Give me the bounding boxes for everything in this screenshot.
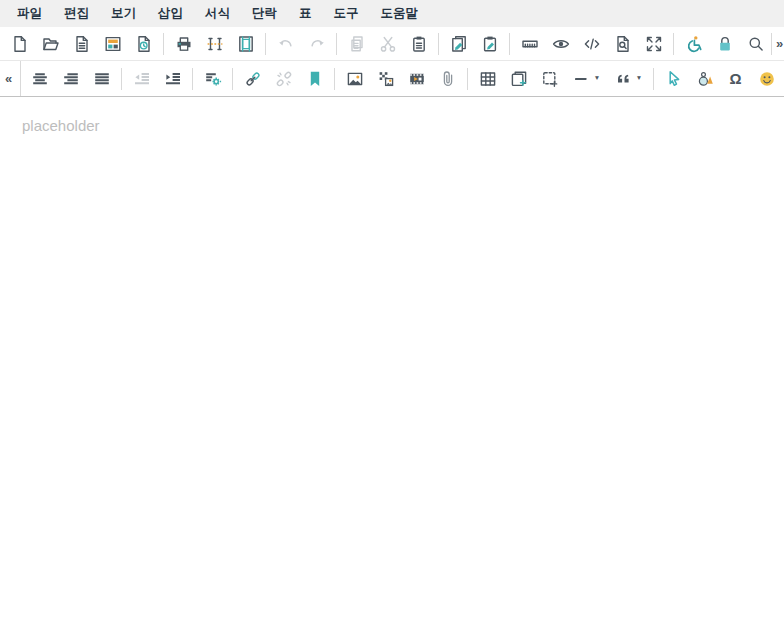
table-button[interactable] bbox=[472, 65, 503, 93]
preview-button[interactable] bbox=[545, 30, 576, 58]
justify-icon bbox=[92, 69, 112, 89]
insert-plus-icon bbox=[509, 69, 529, 89]
menu-help[interactable]: 도움말 bbox=[370, 2, 430, 25]
media-button[interactable] bbox=[401, 65, 432, 93]
page-width-button[interactable] bbox=[199, 30, 230, 58]
menu-view[interactable]: 보기 bbox=[100, 2, 147, 25]
outdent-icon bbox=[132, 69, 152, 89]
editor-placeholder: placeholder bbox=[22, 117, 100, 134]
edit-image-button[interactable] bbox=[370, 65, 401, 93]
menu-insert[interactable]: 삽입 bbox=[147, 2, 194, 25]
dropdown-arrow-icon: ▼ bbox=[636, 75, 642, 82]
select-cursor-button[interactable] bbox=[658, 65, 689, 93]
dropdown-arrow-icon: ▼ bbox=[594, 75, 600, 82]
separator bbox=[771, 33, 772, 55]
menu-tools[interactable]: 도구 bbox=[323, 2, 370, 25]
lock-button[interactable] bbox=[709, 30, 740, 58]
find-document-icon bbox=[613, 34, 633, 54]
select-area-button[interactable] bbox=[534, 65, 565, 93]
accessibility-check-button[interactable] bbox=[678, 30, 709, 58]
ruler-icon bbox=[520, 34, 540, 54]
toolbar-collapse-button[interactable]: « bbox=[0, 65, 17, 93]
copy-button[interactable] bbox=[341, 30, 372, 58]
separator bbox=[467, 68, 468, 90]
search-button[interactable] bbox=[740, 30, 771, 58]
separator bbox=[20, 61, 21, 96]
unlink-button[interactable] bbox=[268, 65, 299, 93]
image-icon bbox=[345, 69, 365, 89]
unlink-icon bbox=[274, 69, 294, 89]
image-button[interactable] bbox=[339, 65, 370, 93]
separator bbox=[192, 68, 193, 90]
menu-format[interactable]: 서식 bbox=[194, 2, 241, 25]
menu-paragraph[interactable]: 단락 bbox=[241, 2, 288, 25]
menu-file[interactable]: 파일 bbox=[6, 2, 53, 25]
print-button[interactable] bbox=[168, 30, 199, 58]
recent-document-button[interactable] bbox=[128, 30, 159, 58]
media-icon bbox=[407, 69, 427, 89]
paste-with-format-button[interactable] bbox=[443, 30, 474, 58]
new-document-button[interactable] bbox=[4, 30, 35, 58]
attachment-button[interactable] bbox=[432, 65, 463, 93]
separator bbox=[653, 68, 654, 90]
format-settings-button[interactable] bbox=[197, 65, 228, 93]
cut-button[interactable] bbox=[372, 30, 403, 58]
justify-button[interactable] bbox=[86, 65, 117, 93]
align-center-button[interactable] bbox=[24, 65, 55, 93]
page-template-button[interactable] bbox=[97, 30, 128, 58]
fullscreen-button[interactable] bbox=[638, 30, 669, 58]
menu-edit[interactable]: 편집 bbox=[53, 2, 100, 25]
toolbar-overflow-more-button[interactable]: » bbox=[776, 30, 783, 58]
bookmark-icon bbox=[305, 69, 325, 89]
separator bbox=[265, 33, 266, 55]
outdent-button[interactable] bbox=[126, 65, 157, 93]
cursor-icon bbox=[664, 69, 684, 89]
insert-template-button[interactable] bbox=[503, 65, 534, 93]
link-button[interactable] bbox=[237, 65, 268, 93]
paste-with-format-icon bbox=[449, 34, 469, 54]
indent-icon bbox=[163, 69, 183, 89]
shapes-button[interactable] bbox=[689, 65, 720, 93]
search-icon bbox=[746, 34, 766, 54]
source-code-button[interactable] bbox=[576, 30, 607, 58]
bookmark-button[interactable] bbox=[299, 65, 330, 93]
menu-table[interactable]: 표 bbox=[288, 2, 323, 25]
blockquote-button[interactable]: ▼ bbox=[607, 65, 649, 93]
separator bbox=[334, 68, 335, 90]
accessibility-icon bbox=[684, 34, 704, 54]
table-icon bbox=[478, 69, 498, 89]
align-right-button[interactable] bbox=[55, 65, 86, 93]
separator bbox=[232, 68, 233, 90]
redo-button[interactable] bbox=[301, 30, 332, 58]
find-in-document-button[interactable] bbox=[607, 30, 638, 58]
paste-clean-icon bbox=[480, 34, 500, 54]
page-width-icon bbox=[205, 34, 225, 54]
shapes-icon bbox=[695, 69, 715, 89]
document-button[interactable] bbox=[66, 30, 97, 58]
ruler-button[interactable] bbox=[514, 30, 545, 58]
toolbar: » « bbox=[0, 27, 784, 97]
horizontal-rule-button[interactable]: ▼ bbox=[565, 65, 607, 93]
redo-icon bbox=[307, 34, 327, 54]
print-icon bbox=[174, 34, 194, 54]
blockquote-icon bbox=[614, 69, 634, 89]
page-borders-icon bbox=[236, 34, 256, 54]
paste-clean-button[interactable] bbox=[474, 30, 505, 58]
align-center-icon bbox=[30, 69, 50, 89]
rich-text-editor: 파일 편집 보기 삽입 서식 단락 표 도구 도움말 bbox=[0, 0, 784, 625]
undo-button[interactable] bbox=[270, 30, 301, 58]
editor-canvas[interactable]: placeholder bbox=[0, 97, 784, 625]
separator bbox=[336, 33, 337, 55]
select-area-icon bbox=[540, 69, 560, 89]
cut-icon bbox=[378, 34, 398, 54]
separator bbox=[121, 68, 122, 90]
paste-button[interactable] bbox=[403, 30, 434, 58]
paste-icon bbox=[409, 34, 429, 54]
page-borders-button[interactable] bbox=[230, 30, 261, 58]
toolbar-row-2: « bbox=[0, 61, 784, 96]
emoticons-button[interactable] bbox=[751, 65, 782, 93]
special-character-button[interactable]: Ω bbox=[720, 65, 751, 93]
open-file-button[interactable] bbox=[35, 30, 66, 58]
horizontal-rule-icon bbox=[572, 69, 592, 89]
indent-button[interactable] bbox=[157, 65, 188, 93]
